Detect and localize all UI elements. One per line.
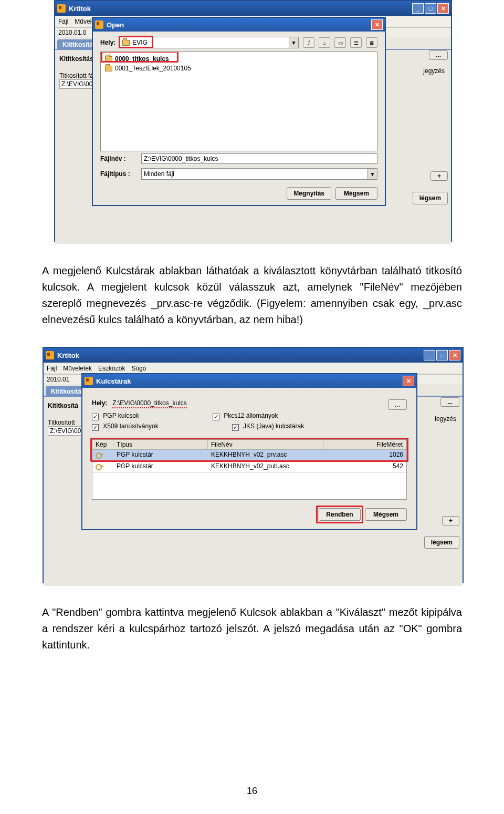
checkbox-pgp[interactable]: ✓: [92, 414, 99, 420]
window-title: Krtitok: [69, 5, 91, 13]
new-folder-button[interactable]: ▭: [334, 37, 346, 48]
kulcstarak-dialog: Kulcstárak ✕ Hely: Z:\EVIG\0000_titkos_k…: [81, 373, 417, 530]
paragraph-2: A "Rendben" gombra kattintva megjelenő K…: [42, 604, 462, 653]
cell-size-1: 542: [323, 461, 406, 472]
keystore-table: Kép Típus FileNév FileMéret PGP kulcstár…: [92, 439, 407, 500]
open-file-list[interactable]: 0000_titkos_kulcs 0001_TesztElek_2010010…: [100, 51, 377, 151]
open-location-row: Hely: EVIG ▼ ⤴ ⌂ ▭ ☰ ≣: [93, 32, 385, 51]
java-icon: [46, 351, 54, 359]
chk-label-jks: JKS (Java) kulcstárak: [243, 423, 304, 430]
cancel-button-2[interactable]: Mégsem: [365, 508, 407, 521]
page-number: 16: [0, 786, 504, 797]
kulcstarak-title[interactable]: Kulcstárak ✕: [82, 374, 416, 388]
highlight-ok-button: [316, 506, 363, 523]
filename-input[interactable]: Z:\EVIG\0000_titkos_kulcs: [141, 153, 377, 164]
highlight-file: [101, 51, 178, 63]
chevron-down-icon[interactable]: ▼: [368, 169, 377, 179]
filename-row: Fájlnév : Z:\EVIG\0000_titkos_kulcs: [93, 151, 385, 166]
list-view-button[interactable]: ☰: [350, 37, 362, 48]
key-icon: [96, 462, 103, 470]
menu-file[interactable]: Fájl: [47, 365, 57, 372]
minimize-button[interactable]: _: [412, 3, 424, 14]
highlight-location: [119, 36, 153, 48]
checkbox-jks[interactable]: ✓: [232, 424, 239, 431]
chk-label-pgp: PGP kulcsok: [103, 412, 139, 419]
cancel-button-right-2[interactable]: légsem: [424, 536, 459, 549]
table-row-pub[interactable]: PGP kulcstár KEKKHBNYH_v02_pub.asc 542: [92, 461, 406, 473]
menu-tools[interactable]: Eszközök: [98, 365, 125, 372]
chk-label-x509: X509 tanúsítványok: [103, 423, 158, 430]
maximize-button[interactable]: □: [425, 3, 436, 14]
note-col-label: jegyzés: [423, 67, 445, 75]
dialog-close-button[interactable]: ✕: [371, 19, 383, 30]
close-button[interactable]: ✕: [437, 3, 449, 14]
browse-button-right-1[interactable]: ...: [429, 50, 448, 60]
cancel-button[interactable]: Mégsem: [335, 187, 377, 200]
location-label-2: Hely:: [92, 399, 107, 407]
file-item-1[interactable]: 0001_TesztElek_20100105: [103, 64, 375, 73]
filename-value: Z:\EVIG\0000_titkos_kulcs: [144, 155, 218, 162]
menu-help[interactable]: Súgó: [131, 365, 146, 372]
open-dialog: Open ✕ Hely: EVIG ▼ ⤴ ⌂ ▭ ☰ ≣ 0000_titko…: [92, 17, 386, 206]
filetype-row: Fájltípus : Minden fájl ▼: [93, 166, 385, 182]
location-combo[interactable]: EVIG ▼: [120, 37, 299, 48]
dialog-title-text: Kulcstárak: [96, 377, 131, 385]
chk-label-pkcs12: Pkcs12 állományok: [224, 412, 278, 419]
detail-view-button[interactable]: ≣: [366, 37, 377, 48]
home-button[interactable]: ⌂: [319, 37, 330, 48]
filetype-label: Fájltípus :: [100, 170, 137, 178]
folder-icon: [105, 66, 112, 71]
file-name: 0001_TesztElek_20100105: [115, 65, 191, 72]
cell-file-1: KEKKHBNYH_v02_pub.asc: [208, 461, 323, 472]
highlight-table-row: [90, 438, 408, 462]
titlebar-1[interactable]: Krtitok _ □ ✕: [55, 1, 451, 16]
titlebar-2[interactable]: Krtitok _ □ ✕: [44, 348, 463, 363]
window-title: Krtitok: [57, 352, 79, 359]
note-col-label-2: iegyzés: [435, 415, 456, 423]
maximize-button[interactable]: □: [436, 350, 448, 360]
up-folder-button[interactable]: ⤴: [303, 37, 314, 48]
dialog-close-button[interactable]: ✕: [403, 376, 414, 386]
filetype-combo[interactable]: Minden fájl ▼: [141, 168, 377, 180]
cancel-button-right-1[interactable]: légsem: [413, 192, 448, 204]
browse-button-2[interactable]: ...: [388, 399, 407, 410]
location-label: Hely:: [100, 39, 116, 46]
cell-tipus-1: PGP kulcstár: [113, 461, 208, 472]
java-icon: [95, 20, 103, 29]
close-button[interactable]: ✕: [449, 350, 460, 360]
open-button[interactable]: Megnyitás: [287, 187, 331, 200]
checkbox-pkcs12[interactable]: ✓: [213, 414, 219, 420]
filetype-value: Minden fájl: [144, 170, 174, 178]
filename-label: Fájlnév :: [100, 155, 137, 162]
location-row-2: Hely: Z:\EVIG\0000_titkos_kulcs ...: [92, 399, 407, 407]
paragraph-1: A megjelenő Kulcstárak ablakban láthatóa…: [42, 263, 462, 328]
java-icon: [85, 377, 93, 385]
dialog-title-text: Open: [107, 21, 124, 29]
add-button-right-2[interactable]: +: [442, 516, 459, 526]
chevron-down-icon[interactable]: ▼: [289, 37, 298, 48]
menubar-2: Fájl Műveletek Eszközök Súgó: [44, 363, 463, 374]
browse-button-right-2[interactable]: ...: [440, 397, 459, 407]
location-value-2: Z:\EVIG\0000_titkos_kulcs: [112, 399, 186, 408]
add-button-right-1[interactable]: +: [430, 171, 448, 181]
menu-ops[interactable]: Műveletek: [63, 365, 92, 372]
menu-file[interactable]: Fájl: [58, 18, 68, 25]
open-dialog-title[interactable]: Open ✕: [93, 18, 385, 32]
java-icon: [57, 4, 66, 13]
checkbox-x509[interactable]: ✓: [92, 424, 99, 431]
minimize-button[interactable]: _: [424, 350, 435, 360]
